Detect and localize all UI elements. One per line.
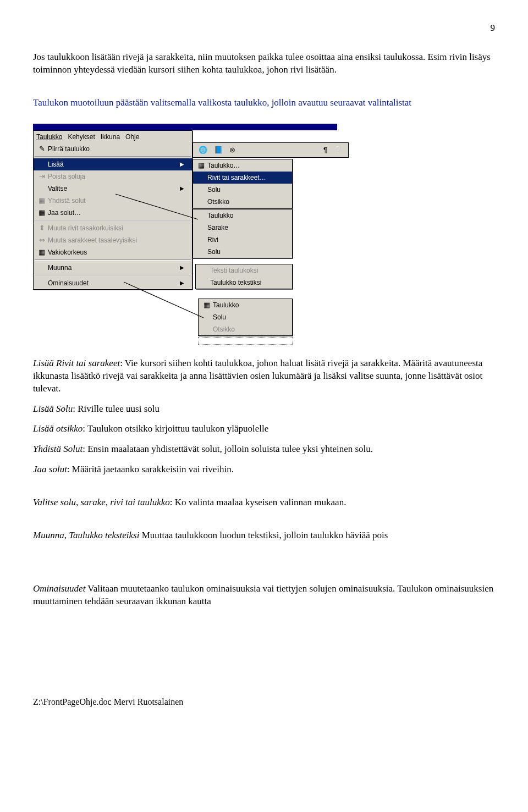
paragraph-note: Taulukon muotoiluun päästään valitsemall… (33, 97, 495, 109)
svg-line-0 (116, 194, 198, 219)
bullet-convert: Muunna, Taulukko teksteiksi Muuttaa taul… (33, 529, 495, 542)
bullet-insert-cell: Lisää Solu: Riville tulee uusi solu (33, 403, 495, 416)
bullet-select: Valitse solu, sarake, rivi tai taulukko:… (33, 496, 495, 509)
bullet-properties: Ominaisuudet Valitaan muutetaanko tauluk… (33, 583, 495, 608)
footer-path: Z:\FrontPageOhje.doc Mervi Ruotsalainen (33, 696, 495, 708)
svg-line-1 (124, 282, 204, 318)
indicator-lines (33, 117, 341, 348)
bullet-insert-caption: Lisää otsikko: Taulukon otsikko kirjoitt… (33, 423, 495, 435)
paragraph-intro: Jos taulukkoon lisätään rivejä ja sarakk… (33, 51, 495, 76)
page-number: 9 (33, 22, 495, 35)
screenshot-wrapper: Taulukko Kehykset Ikkuna Ohje ✎ Piirrä t… (33, 117, 336, 345)
bullet-split: Jaa solut: Määritä jaetaanko sarakkeisii… (33, 463, 495, 476)
bullet-insert-rows: Lisää Rivit tai sarakeet: Vie kursori si… (33, 357, 495, 395)
bullet-merge: Yhdistä Solut: Ensin maalataan yhdistett… (33, 443, 495, 456)
